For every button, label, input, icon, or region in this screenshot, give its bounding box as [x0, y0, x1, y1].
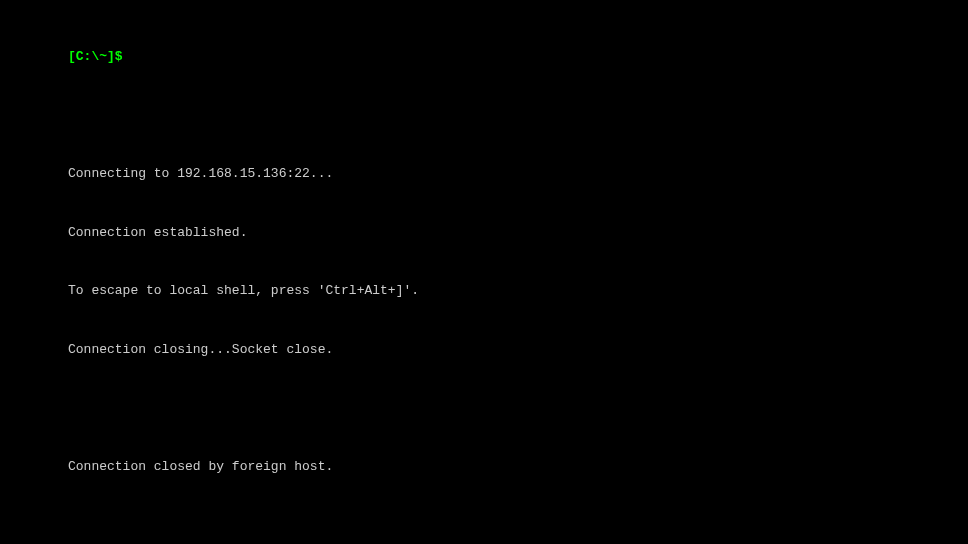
blank-line [68, 515, 968, 535]
blank-line [68, 398, 968, 418]
blank-line [68, 106, 968, 126]
output-line: Connection closed by foreign host. [68, 457, 968, 477]
terminal-output[interactable]: [C:\~]$ Connecting to 192.168.15.136:22.… [68, 8, 968, 544]
output-line: Connection established. [68, 223, 968, 243]
output-line: To escape to local shell, press 'Ctrl+Al… [68, 281, 968, 301]
output-line: Connecting to 192.168.15.136:22... [68, 164, 968, 184]
output-line: Connection closing...Socket close. [68, 340, 968, 360]
shell-prompt: [C:\~]$ [68, 49, 130, 64]
